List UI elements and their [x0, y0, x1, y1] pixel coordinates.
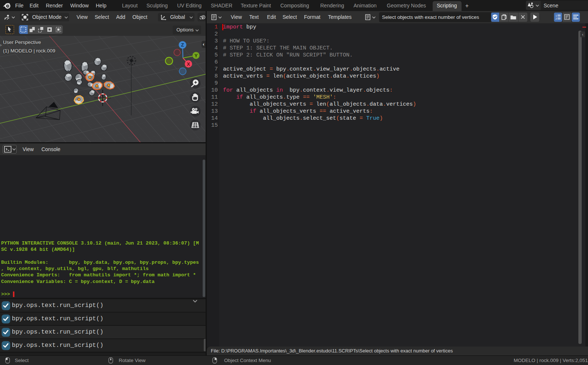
svg-text:X: X [187, 61, 190, 67]
svg-text:Y: Y [195, 53, 198, 58]
svg-text:Z: Z [181, 42, 184, 48]
svg-text:1: 1 [555, 14, 557, 17]
svg-text:2: 2 [555, 17, 557, 20]
